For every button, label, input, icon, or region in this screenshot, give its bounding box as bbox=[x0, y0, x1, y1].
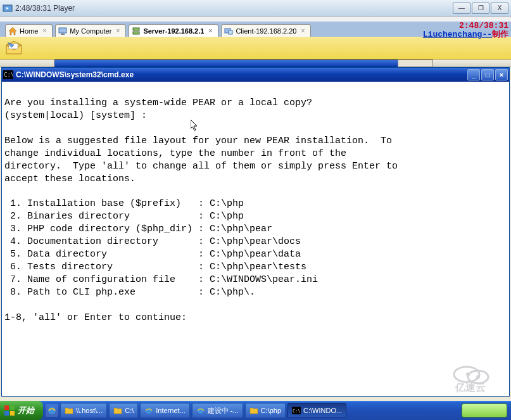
svg-point-27 bbox=[198, 407, 204, 414]
svg-rect-6 bbox=[133, 32, 139, 34]
cmd-titlebar[interactable]: C:\ C:\WINDOWS\system32\cmd.exe _ □ × bbox=[2, 68, 509, 82]
tab-my-computer[interactable]: My Computer × bbox=[55, 24, 126, 37]
taskbar-item[interactable]: \\.host\... bbox=[60, 403, 107, 418]
browser-toolbar-strip bbox=[0, 37, 511, 60]
start-button-label: 开始 bbox=[18, 405, 34, 416]
home-icon bbox=[8, 27, 17, 35]
taskbar-item[interactable]: Internet... bbox=[140, 403, 189, 418]
tab-label: Client-192.168.2.20 bbox=[236, 27, 296, 35]
taskbar-item[interactable]: C:\php bbox=[245, 403, 286, 418]
computer-icon bbox=[58, 27, 67, 35]
tab-label: Home bbox=[20, 27, 38, 35]
player-minimize-button[interactable]: — bbox=[453, 3, 470, 14]
folder-icon bbox=[249, 407, 258, 414]
tray-notification[interactable] bbox=[462, 404, 507, 417]
ie-icon bbox=[196, 406, 205, 415]
overlay-info: 2:48/38:31 Liuchenchang--制作 bbox=[423, 22, 508, 40]
overlay-credit-link[interactable]: Liuchenchang-- bbox=[423, 30, 492, 39]
svg-text:C:\: C:\ bbox=[4, 72, 13, 78]
svg-marker-2 bbox=[9, 27, 16, 35]
taskbar-item[interactable]: 建设中 -... bbox=[192, 403, 243, 418]
svg-point-18 bbox=[466, 372, 470, 376]
svg-rect-5 bbox=[133, 28, 139, 30]
overlay-timer: 2:48/38:31 bbox=[423, 22, 508, 30]
svg-rect-3 bbox=[59, 28, 66, 33]
cmd-icon: C:\ bbox=[292, 407, 301, 414]
player-maximize-button[interactable]: ❐ bbox=[472, 3, 489, 14]
tab-label: Server-192.168.2.1 bbox=[143, 27, 204, 35]
tab-label: My Computer bbox=[70, 27, 111, 35]
cmd-maximize-button[interactable]: □ bbox=[481, 69, 494, 80]
cmd-icon: C:\ bbox=[3, 70, 13, 79]
ie-icon bbox=[47, 405, 57, 416]
windows-taskbar: 开始 \\.host\...C:\Internet...建设中 -...C:\p… bbox=[0, 401, 511, 420]
taskbar-item-label: C:\ bbox=[125, 407, 134, 414]
tab-close-icon[interactable]: × bbox=[299, 27, 306, 35]
windows-logo-icon bbox=[4, 405, 15, 416]
cmd-terminal-output[interactable]: Are you installing a system-wide PEAR or… bbox=[2, 82, 509, 396]
tab-server[interactable]: Server-192.168.2.1 × bbox=[129, 24, 218, 37]
client-icon bbox=[224, 27, 233, 35]
system-tray bbox=[459, 402, 510, 419]
watermark-logo: 亿速云 bbox=[448, 362, 505, 393]
taskbar-item-label: C:\WINDO... bbox=[303, 407, 342, 414]
svg-rect-21 bbox=[4, 405, 9, 410]
svg-rect-24 bbox=[10, 411, 15, 416]
taskbar-item-label: Internet... bbox=[156, 407, 185, 414]
svg-rect-23 bbox=[4, 411, 9, 416]
quick-launch-ie[interactable] bbox=[46, 404, 58, 417]
svg-text:亿速云: 亿速云 bbox=[455, 382, 486, 393]
player-titlebar: 2:48/38:31 Player — ❐ X bbox=[0, 0, 511, 16]
ie-icon bbox=[144, 406, 153, 415]
svg-rect-4 bbox=[61, 34, 65, 35]
svg-point-19 bbox=[476, 375, 480, 379]
folder-icon bbox=[65, 407, 73, 414]
player-menubar bbox=[0, 16, 511, 22]
tab-close-icon[interactable]: × bbox=[206, 27, 214, 35]
folder-icon bbox=[113, 407, 122, 414]
hidden-window-titlebar bbox=[54, 60, 409, 67]
browser-tabs-bar: Home × My Computer × Server-192.168.2.1 … bbox=[0, 22, 511, 37]
mouse-cursor-icon bbox=[191, 120, 198, 131]
server-icon bbox=[132, 27, 141, 35]
hidden-window-field bbox=[398, 60, 433, 67]
tab-home[interactable]: Home × bbox=[5, 24, 53, 37]
taskbar-item-label: \\.host\... bbox=[76, 407, 103, 414]
tab-client[interactable]: Client-192.168.2.20 × bbox=[221, 24, 311, 37]
taskbar-item[interactable]: C:\ bbox=[109, 403, 138, 418]
svg-point-26 bbox=[146, 407, 152, 414]
tab-close-icon[interactable]: × bbox=[114, 27, 122, 35]
player-app-icon bbox=[3, 3, 13, 13]
svg-text:C:\: C:\ bbox=[293, 409, 301, 414]
taskbar-item[interactable]: C:\C:\WINDO... bbox=[287, 403, 346, 418]
player-window-title: 2:48/38:31 Player bbox=[15, 4, 453, 13]
cmd-minimize-button[interactable]: _ bbox=[467, 69, 480, 80]
svg-rect-8 bbox=[229, 30, 232, 34]
taskbar-item-label: C:\php bbox=[261, 407, 281, 414]
svg-marker-15 bbox=[191, 120, 197, 130]
player-close-button[interactable]: X bbox=[491, 3, 508, 14]
tab-close-icon[interactable]: × bbox=[41, 27, 48, 35]
taskbar-item-label: 建设中 -... bbox=[208, 406, 239, 416]
cmd-window: C:\ C:\WINDOWS\system32\cmd.exe _ □ × Ar… bbox=[1, 67, 510, 397]
player-window-controls: — ❐ X bbox=[453, 3, 508, 14]
cmd-close-button[interactable]: × bbox=[495, 69, 508, 80]
mail-icon[interactable] bbox=[5, 41, 23, 55]
svg-rect-22 bbox=[10, 405, 15, 410]
cmd-window-title: C:\WINDOWS\system32\cmd.exe bbox=[16, 70, 466, 79]
start-button[interactable]: 开始 bbox=[0, 401, 43, 420]
overlay-credit-suffix: 制作 bbox=[492, 30, 508, 39]
